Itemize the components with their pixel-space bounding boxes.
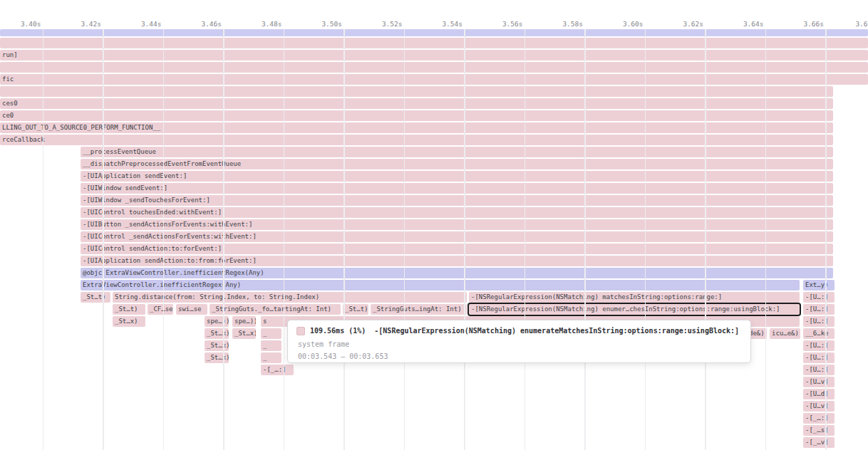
- flame-box[interactable]: _: [261, 328, 281, 339]
- flame-box[interactable]: __dispatchPreprocessedEventFromEventQueu…: [81, 159, 833, 169]
- time-tick-label: 3.52s: [382, 20, 403, 28]
- flame-box[interactable]: -[UIControl _sendActionsForEvents:withEv…: [81, 231, 833, 242]
- time-tick-label: 3.54s: [442, 20, 463, 28]
- flame-box[interactable]: _St…x): [113, 316, 145, 327]
- flame-box[interactable]: -[_…v]: [803, 437, 835, 448]
- flame-box[interactable]: -[UIButton _sendActionsForEvents:withEve…: [81, 219, 833, 230]
- time-tick-label: 3.44s: [141, 20, 162, 28]
- flame-box[interactable]: -[U…:]: [803, 304, 835, 315]
- time-tick-label: 3.48s: [262, 20, 282, 28]
- flame-box[interactable]: -[UIControl sendAction:to:forEvent:]: [81, 244, 833, 254]
- flame-box[interactable]: _: [261, 340, 281, 351]
- flame-chart: run]ficces0ce0LLING_OUT_TO_A_SOURCE0_PER…: [0, 0, 868, 450]
- time-tick-label: 3.50s: [321, 20, 342, 28]
- time-tick-label: 3.56s: [502, 20, 523, 28]
- flame-box[interactable]: -[U…:]: [803, 365, 835, 375]
- flame-box[interactable]: [0, 38, 868, 48]
- flame-box[interactable]: -[_…s]: [803, 425, 835, 436]
- flame-box[interactable]: [0, 62, 868, 73]
- time-ruler[interactable]: 3.40s3.42s3.44s3.46s3.48s3.50s3.52s3.54s…: [0, 0, 868, 28]
- flame-box[interactable]: -[NSRegularExpression(NSMatching) matche…: [469, 292, 800, 303]
- flame-box[interactable]: ExtraViewController.inefficientRegex(Any…: [81, 280, 800, 291]
- flame-box-selected[interactable]: -[NSRegularExpression(NSMatching) enumer…: [469, 304, 800, 315]
- flame-box[interactable]: -[_…:]: [261, 365, 294, 375]
- flame-box[interactable]: -[U…:]: [803, 340, 835, 351]
- flame-box[interactable]: _St…t): [343, 304, 368, 315]
- flame-box[interactable]: _St…x): [205, 328, 229, 339]
- time-tick-label: 3.66s: [803, 20, 824, 28]
- flame-box[interactable]: -[UIWindow sendEvent:]: [81, 183, 833, 194]
- flame-box[interactable]: __6…ke: [803, 328, 835, 339]
- flame-box[interactable]: @objc ExtraViewController.inefficientReg…: [81, 268, 833, 278]
- flame-graph-view: 3.40s3.42s3.44s3.46s3.48s3.50s3.52s3.54s…: [0, 0, 868, 450]
- flame-box[interactable]: spe…)): [205, 316, 229, 327]
- frame-color-chip: [296, 327, 305, 335]
- flame-box[interactable]: __processEventQueue: [81, 147, 833, 157]
- flame-box[interactable]: spe…)): [232, 316, 256, 327]
- flame-box[interactable]: _St…x): [205, 352, 229, 363]
- tooltip-time-range: 00:03.543 — 00:03.653: [298, 352, 743, 360]
- tooltip-subtitle: system frame: [298, 340, 743, 348]
- flame-box[interactable]: -[UIWindow _sendTouchesForEvent:]: [81, 195, 833, 206]
- flame-box[interactable]: -[_…:]: [803, 413, 835, 424]
- flame-box[interactable]: fic: [0, 74, 868, 85]
- flame-box[interactable]: -[UIApplication sendEvent:]: [81, 171, 833, 182]
- flame-box[interactable]: ce0: [0, 110, 833, 121]
- flame-box[interactable]: -[U…:]: [803, 292, 835, 303]
- time-tick-label: 3.46s: [201, 20, 222, 28]
- flame-box[interactable]: icu…e&): [770, 328, 800, 339]
- flame-box[interactable]: -[UIApplication sendAction:to:from:forEv…: [81, 256, 833, 266]
- flame-box[interactable]: _CF…se: [148, 304, 173, 315]
- tooltip-header: 109.56ms (1%) -[NSRegularExpression(NSMa…: [296, 325, 743, 336]
- flame-box[interactable]: -[U…d]: [803, 389, 835, 399]
- flame-box[interactable]: -[U…v]: [803, 377, 835, 387]
- flame-box[interactable]: _St…x): [205, 340, 229, 351]
- flame-box[interactable]: ces0: [0, 98, 833, 109]
- tooltip-title: 109.56ms (1%) -[NSRegularExpression(NSMa…: [310, 327, 739, 335]
- flame-box[interactable]: [0, 86, 833, 97]
- flame-box[interactable]: _StringGuts…ingAt: Int): [371, 304, 467, 315]
- tooltip: 109.56ms (1%) -[NSRegularExpression(NSMa…: [287, 320, 751, 363]
- flame-box[interactable]: -[U…:]: [803, 316, 835, 327]
- flame-box[interactable]: rceCallback: [0, 135, 833, 145]
- time-tick-label: 3.64s: [743, 20, 764, 28]
- flame-box[interactable]: _StringGuts._fo…tartingAt: Int): [210, 304, 341, 315]
- flame-box[interactable]: swi…se: [176, 304, 207, 315]
- flame-box[interactable]: LLING_OUT_TO_A_SOURCE0_PERFORM_FUNCTION_…: [0, 122, 833, 133]
- time-tick-label: 3.68s: [855, 20, 868, 28]
- flame-box[interactable]: Ext…y): [803, 280, 835, 291]
- flame-box[interactable]: -[UIControl touchesEnded:withEvent:]: [81, 207, 833, 218]
- flame-box[interactable]: run]: [0, 50, 868, 61]
- flame-box[interactable]: -[U…:]: [803, 352, 835, 363]
- flame-box[interactable]: -[U…v]: [803, 401, 835, 412]
- time-tick-label: 3.42s: [81, 20, 101, 28]
- flame-box[interactable]: _: [261, 352, 281, 363]
- flame-box[interactable]: String.distance(from: String.Index, to: …: [113, 292, 467, 303]
- time-tick-label: 3.60s: [623, 20, 644, 28]
- flame-box[interactable]: _St…t): [113, 304, 145, 315]
- time-tick-label: 3.58s: [562, 20, 583, 28]
- time-tick-label: 3.40s: [21, 20, 41, 28]
- flame-box[interactable]: _St…t): [81, 292, 110, 303]
- flame-box[interactable]: _St…x): [232, 328, 256, 339]
- flame-box[interactable]: [0, 29, 868, 36]
- time-tick-label: 3.62s: [683, 20, 703, 28]
